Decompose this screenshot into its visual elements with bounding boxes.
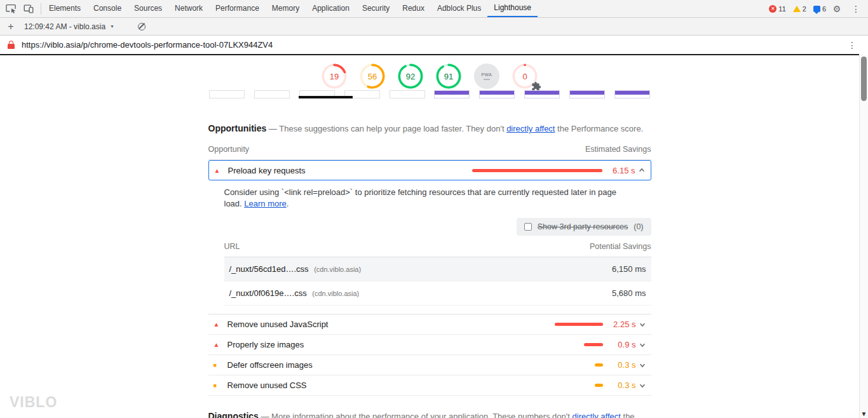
audit-savings-value: 0.3 s <box>608 381 636 390</box>
screenshot-thumbnail <box>254 90 290 98</box>
audit-header[interactable]: ▲ Preload key requests 6.15 s <box>208 160 651 180</box>
resource-url-cell: /_nuxt/56cd1ed….css (cdn.viblo.asia) <box>229 264 362 274</box>
tab-sources[interactable]: Sources <box>128 0 168 17</box>
screenshot-thumbnail <box>524 90 560 98</box>
report-body: Opportunities — These suggestions can he… <box>208 123 651 418</box>
audit-header[interactable]: ■ Remove unused CSS 0.3 s <box>208 375 651 395</box>
resource-savings: 6,150 ms <box>612 264 646 274</box>
warning-badge[interactable]: 2 <box>793 5 806 13</box>
settings-gear-icon[interactable]: ⚙ <box>829 1 845 17</box>
gauge-performance[interactable]: 19 <box>322 64 347 89</box>
messages-badge[interactable]: 6 <box>813 5 826 13</box>
opportunities-description-end: the Performance score. <box>557 124 643 133</box>
clear-reports-button[interactable] <box>133 18 150 35</box>
gauge-seo[interactable]: 91 <box>436 64 461 89</box>
messages-icon <box>813 6 820 12</box>
audit-header[interactable]: ▲ Properly size images 0.9 s <box>208 335 651 354</box>
resource-row: /_nuxt/0f0619e….css (cdn.viblo.asia) 5,6… <box>224 281 651 306</box>
insecure-lock-icon <box>8 44 15 49</box>
error-badge[interactable]: ✕ 11 <box>769 5 785 13</box>
gauge-best-practices[interactable]: 92 <box>398 64 423 89</box>
devtools-tabbar: Elements Console Sources Network Perform… <box>0 0 868 18</box>
audit-label: Preload key requests <box>228 166 472 175</box>
chevron-down-icon[interactable] <box>636 321 649 328</box>
learn-more-link[interactable]: Learn more <box>244 199 286 208</box>
diagnostics-heading: Diagnostics — More information about the… <box>208 411 651 418</box>
inspect-element-icon[interactable] <box>3 1 19 17</box>
report-selector-dropdown[interactable]: 12:09:42 AM - viblo.asia ▼ <box>19 21 119 32</box>
opportunities-title: Opportunities <box>208 123 267 133</box>
resource-row: /_nuxt/56cd1ed….css (cdn.viblo.asia) 6,1… <box>224 257 651 281</box>
diagnostics-title: Diagnostics <box>208 411 259 418</box>
gauge-pwa[interactable]: PWA <box>474 64 499 89</box>
directly-affect-link[interactable]: directly affect <box>573 412 621 418</box>
messages-count: 6 <box>822 5 826 13</box>
devtools-right-controls: ✕ 11 2 6 ⚙ ⋮ <box>764 1 868 17</box>
third-party-filter[interactable]: Show 3rd party resources (0) <box>517 218 651 236</box>
chevron-up-icon[interactable] <box>635 166 648 174</box>
gauge-extension[interactable]: 0 <box>512 64 538 89</box>
screenshot-thumbnail <box>434 90 470 98</box>
directly-affect-link[interactable]: directly affect <box>506 124 555 133</box>
tab-memory[interactable]: Memory <box>266 0 306 17</box>
diagnostics-description-end: the <box>623 412 635 418</box>
error-icon: ✕ <box>769 5 776 13</box>
fail-triangle-icon: ▲ <box>214 341 222 348</box>
page-scrollbar[interactable]: ▼ <box>859 55 868 418</box>
screenshot-thumbnail <box>569 90 605 98</box>
warn-square-icon: ■ <box>214 362 222 368</box>
warning-count: 2 <box>803 5 806 13</box>
chevron-down-icon[interactable] <box>636 341 649 349</box>
device-toolbar-icon[interactable] <box>20 1 37 17</box>
chevron-down-icon[interactable] <box>636 382 649 389</box>
scrollbar-thumb[interactable] <box>861 57 867 101</box>
audit-details: Consider using `<link rel=preload>` to p… <box>208 180 651 314</box>
caret-down-icon: ▼ <box>110 24 114 29</box>
resource-url: /_nuxt/0f0619e….css <box>229 288 307 298</box>
tab-elements[interactable]: Elements <box>43 0 87 17</box>
savings-sparkline <box>473 323 603 326</box>
audit-remove-unused-javascript: ▲ Remove unused JavaScript 2.25 s <box>208 314 651 335</box>
devtools-menu-kebab-icon[interactable]: ⋮ <box>848 1 864 17</box>
resource-url-cell: /_nuxt/0f0619e….css (cdn.viblo.asia) <box>229 288 360 298</box>
lighthouse-report: 19 56 92 91 PWA 0 <box>0 55 859 418</box>
screenshot-thumbnail <box>479 90 515 98</box>
devtools-left-icons <box>0 1 39 17</box>
pwa-dash-icon <box>484 79 490 80</box>
audit-header[interactable]: ▲ Remove unused JavaScript 2.25 s <box>208 314 651 334</box>
savings-sparkline <box>472 169 602 172</box>
new-audit-button[interactable]: + <box>3 18 19 35</box>
tab-lighthouse[interactable]: Lighthouse <box>487 0 538 17</box>
audit-properly-size-images: ▲ Properly size images 0.9 s <box>208 335 651 355</box>
tab-application[interactable]: Application <box>306 0 356 17</box>
report-url-bar: https://viblo.asia/p/chrome-devtools-per… <box>0 36 868 54</box>
report-menu-kebab-icon[interactable]: ⋮ <box>844 37 860 53</box>
opportunities-table-header: Opportunity Estimated Savings <box>208 145 651 160</box>
audit-header[interactable]: ■ Defer offscreen images 0.3 s <box>208 355 651 375</box>
fail-triangle-icon: ▲ <box>214 167 223 174</box>
third-party-label: Show 3rd party resources <box>538 222 628 231</box>
lighthouse-toolbar: + 12:09:42 AM - viblo.asia ▼ <box>0 18 868 36</box>
toolbar-divider <box>41 3 41 15</box>
resource-host: (cdn.viblo.asia) <box>314 266 361 273</box>
third-party-checkbox[interactable] <box>524 223 532 231</box>
tab-network[interactable]: Network <box>168 0 209 17</box>
savings-sparkline <box>473 343 603 346</box>
heading-dash: — <box>269 124 277 133</box>
seo-score: 91 <box>436 64 461 89</box>
chevron-down-icon[interactable] <box>636 361 649 369</box>
tab-console[interactable]: Console <box>87 0 128 17</box>
column-potential-savings: Potential Savings <box>590 242 651 251</box>
tab-performance[interactable]: Performance <box>209 0 266 17</box>
pwa-label: PWA <box>481 72 492 77</box>
opportunities-description: These suggestions can help your page loa… <box>279 124 504 133</box>
scroll-down-arrow[interactable]: ▼ <box>860 410 868 417</box>
audit-label: Defer offscreen images <box>227 360 473 370</box>
tab-security[interactable]: Security <box>356 0 396 17</box>
gauge-accessibility[interactable]: 56 <box>360 64 385 89</box>
tab-adblock-plus[interactable]: Adblock Plus <box>431 0 487 17</box>
tab-redux[interactable]: Redux <box>396 0 431 17</box>
resource-table-header: URL Potential Savings <box>224 242 651 257</box>
block-icon <box>138 23 146 30</box>
third-party-count: (0) <box>634 222 643 231</box>
